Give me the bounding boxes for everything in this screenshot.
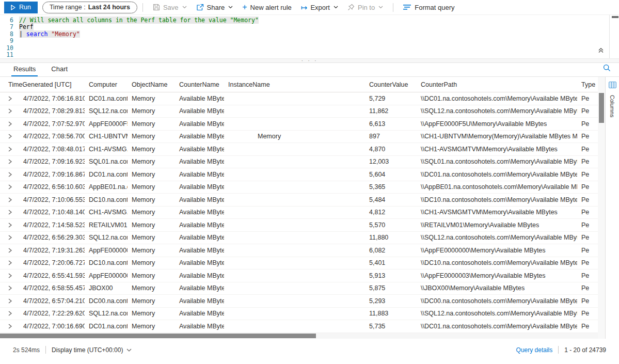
row-expand-chevron-icon[interactable]: [8, 324, 19, 329]
search-results-icon[interactable]: [603, 64, 611, 74]
table-row[interactable]: 4/7/2022, 7:06:16.810 PMDC01.na.cont...M…: [0, 92, 598, 105]
table-row[interactable]: 4/7/2022, 6:57:04.210 PMDC00.na.cont...M…: [0, 295, 598, 308]
row-expand-chevron-icon[interactable]: [8, 147, 19, 152]
new-alert-rule-button[interactable]: + New alert rule: [237, 0, 296, 14]
row-expand-chevron-icon[interactable]: [8, 311, 19, 316]
horizontal-scrollbar[interactable]: [0, 333, 598, 339]
table-row[interactable]: 4/7/2022, 7:00:16.690 PMDC01.na.cont...M…: [0, 320, 598, 333]
tab-chart[interactable]: Chart: [50, 63, 69, 76]
column-header-countervalue[interactable]: CounterValue: [365, 81, 417, 88]
table-row[interactable]: 4/7/2022, 7:20:06.727 PMDC10.na.cont...M…: [0, 257, 598, 270]
run-button[interactable]: Run: [4, 2, 38, 13]
cell-type: Pe: [577, 259, 598, 266]
row-expand-chevron-icon[interactable]: [8, 223, 19, 228]
cell-computer: DC00.na.cont...: [85, 297, 128, 305]
row-expand-chevron-icon[interactable]: [8, 134, 19, 139]
row-expand-chevron-icon[interactable]: [8, 286, 19, 291]
column-header-countername[interactable]: CounterName: [175, 81, 224, 88]
table-row[interactable]: 4/7/2022, 7:22:29.620 PMSQL12.na.con...M…: [0, 308, 598, 321]
row-expand-chevron-icon[interactable]: [8, 121, 19, 126]
cell-objectname: Memory: [128, 272, 175, 279]
table-row[interactable]: 4/7/2022, 6:56:29.303 PMSQL12.na.con...M…: [0, 232, 598, 245]
row-expand-chevron-icon[interactable]: [8, 159, 19, 164]
cell-objectname: Memory: [128, 146, 175, 153]
row-expand-chevron-icon[interactable]: [8, 260, 19, 265]
table-row[interactable]: 4/7/2022, 7:10:48.140 PMCH1-AVSMG...Memo…: [0, 207, 598, 219]
row-expand-chevron-icon[interactable]: [8, 184, 19, 189]
cell-computer: SQL12.na.con...: [85, 234, 128, 241]
row-expand-chevron-icon[interactable]: [8, 108, 19, 114]
cell-objectname: Memory: [128, 171, 175, 178]
table-row[interactable]: 4/7/2022, 7:14:58.523 PMRETAILVM01Memory…: [0, 219, 598, 232]
format-query-button[interactable]: Format query: [399, 0, 459, 14]
display-time-dropdown[interactable]: Display time (UTC+00:00): [52, 346, 132, 354]
row-expand-chevron-icon[interactable]: [8, 248, 19, 253]
row-expand-chevron-icon[interactable]: [8, 210, 19, 215]
cell-objectname: Memory: [128, 297, 175, 305]
row-expand-chevron-icon[interactable]: [8, 298, 19, 304]
editor-scrollbar-thumb[interactable]: [612, 16, 618, 18]
cell-computer: AppFE0000000: [85, 247, 128, 254]
table-row[interactable]: 4/7/2022, 7:19:31.263 PMAppFE0000000Memo…: [0, 244, 598, 257]
collapse-editor-icon[interactable]: [597, 46, 605, 55]
columns-panel-toggle[interactable]: Columns: [605, 77, 619, 339]
row-expand-chevron-icon[interactable]: [8, 197, 19, 202]
pin-to-label: Pin to: [358, 4, 375, 11]
editor-line[interactable]: 7Perf: [0, 24, 619, 30]
table-row[interactable]: 4/7/2022, 7:08:56.700 PMCH1-UBNTVMMemory…: [0, 131, 598, 144]
table-row[interactable]: 4/7/2022, 7:08:29.813 PMSQL12.na.con...M…: [0, 105, 598, 118]
cell-countername: Available MBytes: [175, 247, 224, 254]
row-expand-chevron-icon[interactable]: [8, 273, 19, 278]
cell-countername: Available MBytes: [175, 120, 224, 128]
cell-objectname: Memory: [128, 284, 175, 292]
kql-query-editor[interactable]: 6// Will search all columns in the Perf …: [0, 15, 619, 58]
row-expand-chevron-icon[interactable]: [8, 96, 19, 101]
export-button[interactable]: ↦ Export: [296, 0, 343, 14]
table-row[interactable]: 4/7/2022, 7:09:16.867 PMDC01.na.cont...M…: [0, 168, 598, 181]
row-expand-chevron-icon[interactable]: [8, 172, 19, 177]
table-row[interactable]: 4/7/2022, 7:08:48.017 PMCH1-AVSMG...Memo…: [0, 143, 598, 156]
horizontal-scrollbar-thumb[interactable]: [0, 334, 316, 338]
editor-line[interactable]: 10: [0, 45, 619, 52]
cell-type: Pe: [577, 310, 598, 317]
editor-line[interactable]: 9: [0, 38, 619, 44]
editor-line[interactable]: 6// Will search all columns in the Perf …: [0, 17, 619, 24]
cell-countername: Available MBytes: [175, 95, 224, 102]
cell-countername: Available MBytes: [175, 297, 224, 305]
cell-computer: AppBE01.na.c...: [85, 183, 128, 191]
table-row[interactable]: 4/7/2022, 7:10:06.553 PMDC10.na.cont...M…: [0, 194, 598, 207]
save-button[interactable]: Save: [148, 0, 192, 14]
time-range-picker[interactable]: Time range : Last 24 hours: [42, 2, 137, 13]
pin-to-button[interactable]: Pin to: [343, 0, 388, 14]
line-number: 6: [0, 17, 13, 24]
column-header-type[interactable]: Type: [577, 81, 598, 88]
table-row[interactable]: 4/7/2022, 7:09:16.923 PMSQL01.na.con...M…: [0, 156, 598, 169]
table-row[interactable]: 4/7/2022, 6:58:55.457 PMJBOX00MemoryAvai…: [0, 282, 598, 295]
query-details-link[interactable]: Query details: [516, 346, 553, 354]
table-row[interactable]: 4/7/2022, 6:56:10.603 PMAppBE01.na.c...M…: [0, 181, 598, 194]
column-header-objectname[interactable]: ObjectName: [128, 81, 175, 88]
table-row[interactable]: 4/7/2022, 6:55:41.593 PMAppFE0000003Memo…: [0, 270, 598, 282]
vertical-scrollbar[interactable]: [598, 77, 605, 339]
editor-results-splitter[interactable]: · · ·: [0, 58, 619, 63]
cell-computer: SQL12.na.con...: [85, 310, 128, 317]
cell-countername: Available MBytes: [175, 183, 224, 191]
share-label: Share: [207, 4, 225, 11]
column-header-timegenerated[interactable]: TimeGenerated [UTC]: [8, 81, 85, 88]
vertical-scrollbar-thumb[interactable]: [599, 93, 604, 123]
cell-countername: Available MBytes: [175, 107, 224, 115]
editor-line[interactable]: 8| search "Memory": [0, 31, 619, 38]
cell-countervalue: 5,484: [365, 196, 417, 203]
cell-type: Pe: [577, 196, 598, 203]
table-row[interactable]: 4/7/2022, 7:07:52.970 PMAppFE0000F5UMemo…: [0, 118, 598, 131]
row-expand-chevron-icon[interactable]: [8, 235, 19, 240]
column-header-computer[interactable]: Computer: [85, 81, 128, 88]
share-button[interactable]: Share: [192, 0, 238, 14]
tab-results[interactable]: Results: [12, 63, 37, 76]
editor-line[interactable]: 11: [0, 52, 619, 58]
cell-counterpath: \\DC00.na.contosohotels.com\Memory\Avail…: [417, 297, 577, 305]
column-header-instancename[interactable]: InstanceName: [224, 81, 365, 88]
column-header-counterpath[interactable]: CounterPath: [417, 81, 577, 88]
cell-countername: Available MBytes: [175, 209, 224, 216]
status-divider: [45, 346, 46, 354]
